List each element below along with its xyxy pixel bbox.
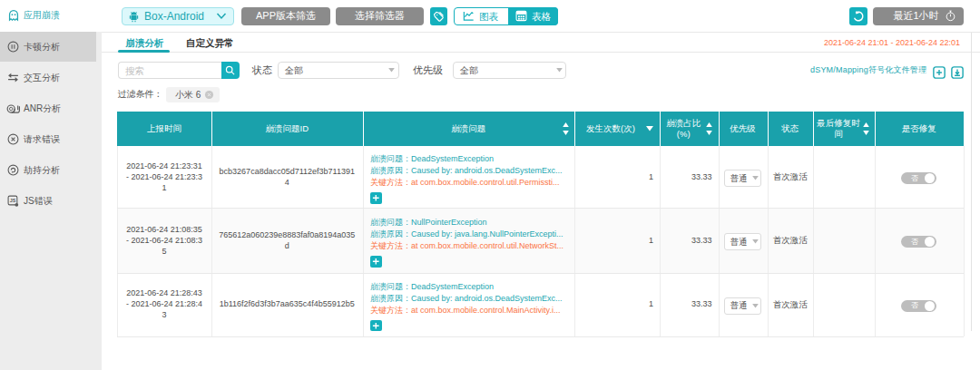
svg-text:JS: JS	[10, 198, 16, 203]
